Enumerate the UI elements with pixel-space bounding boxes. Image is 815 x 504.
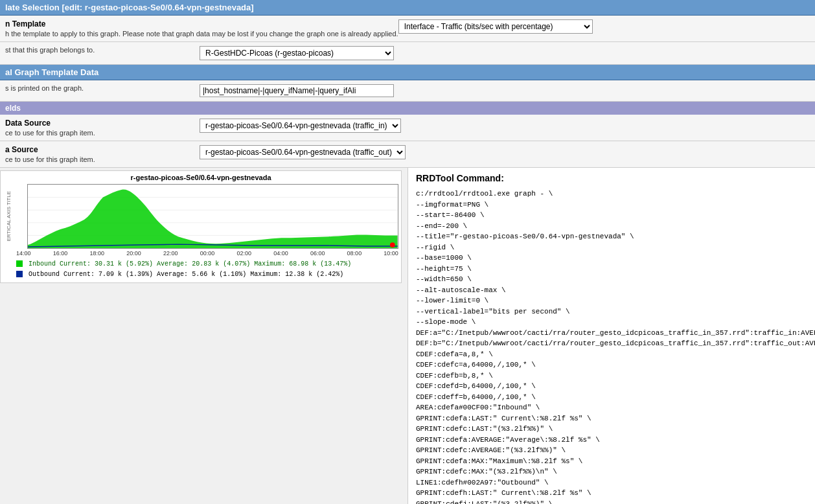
- datasource-in-title: Data Source: [5, 119, 200, 128]
- graph-title-input[interactable]: [200, 84, 394, 97]
- datasource-out-select[interactable]: r-gestao-picoas-Se0/0.64-vpn-gestnevada …: [200, 145, 406, 159]
- right-panel: RRDTool Command: c:/rrdtool/rrdtool.exe …: [408, 168, 815, 504]
- datasource-out-title: a Source: [5, 145, 200, 154]
- template-field-title: n Template: [5, 19, 398, 29]
- legend-outbound: Outbound Current: 7.09 k (1.39%) Average…: [16, 269, 398, 280]
- graph-title: r-gestao-picoas-Se0/0.64-vpn-gestnevada: [3, 174, 398, 181]
- title-text: late Selection [edit: r-gestao-picoas-Se…: [5, 3, 254, 12]
- template-select[interactable]: Interface - Traffic (bits/sec with perce…: [398, 19, 593, 34]
- template-control: Interface - Traffic (bits/sec with perce…: [398, 19, 810, 34]
- host-label-area: st that this graph belongs to.: [5, 46, 200, 54]
- yaxis-label: ERTICAL AXIS TITLE: [6, 191, 12, 241]
- host-row: st that this graph belongs to. R-GestHDC…: [0, 42, 815, 65]
- datasource-in-select[interactable]: r-gestao-picoas-Se0/0.64-vpn-gestnevada …: [200, 119, 401, 133]
- host-field-desc: st that this graph belongs to.: [5, 46, 200, 54]
- graph-container: r-gestao-picoas-Se0/0.64-vpn-gestnevada …: [0, 170, 402, 283]
- graph-template-header: al Graph Template Data: [0, 65, 815, 80]
- datasource-out-desc: ce to use for this graph item.: [5, 155, 200, 163]
- inbound-color-box: [16, 260, 23, 267]
- title-bar: late Selection [edit: r-gestao-picoas-Se…: [0, 0, 815, 16]
- datasource-out-control: r-gestao-picoas-Se0/0.64-vpn-gestnevada …: [200, 145, 810, 159]
- datasource-out-row: a Source ce to use for this graph item. …: [0, 141, 815, 168]
- datasource-out-label-area: a Source ce to use for this graph item.: [5, 145, 200, 163]
- graph-xaxis: 14:00 16:00 18:00 20:00 22:00 00:00 02:0…: [16, 250, 398, 257]
- main-content: r-gestao-picoas-Se0/0.64-vpn-gestnevada …: [0, 168, 815, 504]
- yaxis-label-area: ERTICAL AXIS TITLE: [3, 184, 14, 249]
- datasource-in-row: Data Source ce to use for this graph ite…: [0, 115, 815, 141]
- template-row: n Template h the template to apply to th…: [0, 16, 815, 42]
- datasource-in-desc: ce to use for this graph item.: [5, 129, 200, 137]
- svg-point-4: [390, 242, 395, 247]
- datasource-in-control: r-gestao-picoas-Se0/0.64-vpn-gestnevada …: [200, 119, 810, 133]
- template-field-desc: h the template to apply to this graph. P…: [5, 30, 398, 38]
- left-panel: r-gestao-picoas-Se0/0.64-vpn-gestnevada …: [0, 168, 408, 504]
- graph-area: [27, 184, 398, 249]
- legend-inbound: Inbound Current: 30.31 k (5.92%) Average…: [16, 259, 398, 269]
- graph-title-control: [200, 84, 810, 97]
- host-select[interactable]: R-GestHDC-Picoas (r-gestao-picoas): [200, 46, 394, 60]
- fields-header: elds: [0, 102, 815, 115]
- cursor-area: [0, 286, 408, 325]
- datasource-in-label-area: Data Source ce to use for this graph ite…: [5, 119, 200, 137]
- graph-title-desc: s is printed on the graph.: [5, 84, 200, 92]
- host-control: R-GestHDC-Picoas (r-gestao-picoas): [200, 46, 810, 60]
- template-label-area: n Template h the template to apply to th…: [5, 19, 398, 38]
- outbound-color-box: [16, 271, 23, 277]
- graph-svg: [28, 185, 398, 248]
- graph-legend: Inbound Current: 30.31 k (5.92%) Average…: [16, 259, 398, 280]
- graph-title-row: s is printed on the graph.: [0, 80, 815, 102]
- rrdtool-command-title: RRDTool Command:: [416, 173, 807, 183]
- graph-title-label-area: s is printed on the graph.: [5, 84, 200, 92]
- rrdtool-command-text: c:/rrdtool/rrdtool.exe graph - \ --imgfo…: [416, 189, 807, 504]
